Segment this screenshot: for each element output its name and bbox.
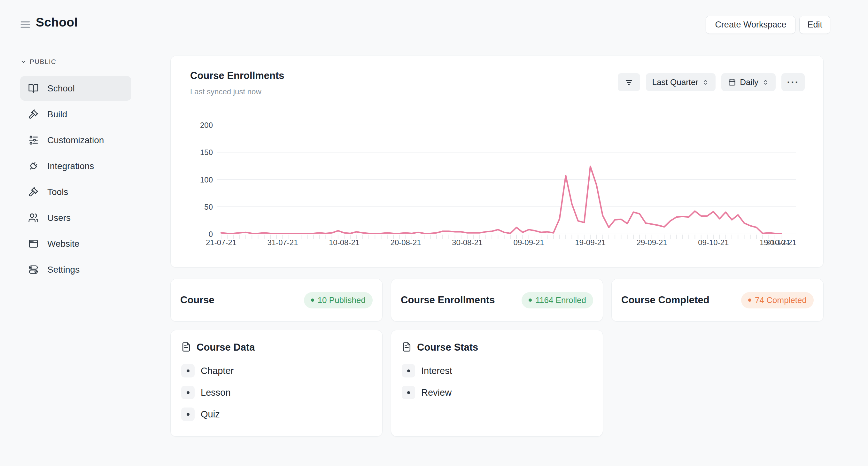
enrollments-line-chart[interactable]: 05010015020021-07-2131-07-2110-08-2120-0… bbox=[183, 114, 810, 257]
svg-text:31-07-21: 31-07-21 bbox=[267, 238, 298, 247]
status-badge: 1164 Enrolled bbox=[522, 292, 593, 308]
list-item-chapter[interactable]: Chapter bbox=[181, 364, 372, 377]
sidebar-section-public[interactable]: PUBLIC bbox=[20, 58, 131, 65]
sliders-icon bbox=[28, 135, 39, 146]
date-range-value: Last Quarter bbox=[652, 77, 699, 87]
sidebar-item-users[interactable]: Users bbox=[20, 206, 131, 230]
document-icon bbox=[402, 342, 412, 353]
svg-text:150: 150 bbox=[200, 148, 213, 157]
toggles-icon bbox=[28, 264, 39, 275]
chevrons-up-down-icon bbox=[702, 79, 709, 86]
status-badge: 10 Published bbox=[304, 292, 373, 308]
course-data-card: Course Data Chapter Lesson Quiz bbox=[170, 330, 382, 437]
page-title: School bbox=[36, 15, 78, 29]
sidebar-section-label: PUBLIC bbox=[30, 58, 56, 65]
course-enrollments-chart-card: Course Enrollments Last synced just now … bbox=[170, 56, 824, 268]
lists-row: Course Data Chapter Lesson Quiz bbox=[170, 330, 824, 437]
more-options-button[interactable]: ··· bbox=[781, 73, 805, 91]
bullet-icon bbox=[181, 364, 195, 377]
calendar-icon bbox=[728, 78, 736, 87]
svg-text:0: 0 bbox=[209, 230, 213, 239]
list-item-label: Chapter bbox=[201, 366, 234, 376]
badge-label: 1164 Enrolled bbox=[535, 295, 586, 305]
sidebar-item-label: School bbox=[47, 84, 75, 94]
svg-text:10-08-21: 10-08-21 bbox=[329, 238, 360, 247]
filter-icon bbox=[624, 78, 633, 87]
course-stat-card[interactable]: Course 10 Published bbox=[170, 279, 382, 321]
badge-label: 10 Published bbox=[318, 295, 366, 305]
list-card-header: Course Data bbox=[181, 342, 372, 353]
dot-icon bbox=[748, 299, 751, 302]
course-enrollments-stat-card[interactable]: Course Enrollments 1164 Enrolled bbox=[391, 279, 603, 321]
list-item-lesson[interactable]: Lesson bbox=[181, 386, 372, 399]
list-item-quiz[interactable]: Quiz bbox=[181, 407, 372, 421]
badge-label: 74 Completed bbox=[755, 295, 807, 305]
menu-icon[interactable] bbox=[20, 19, 31, 29]
bullet-icon bbox=[402, 364, 415, 377]
bullet-icon bbox=[181, 386, 195, 399]
svg-text:09-09-21: 09-09-21 bbox=[514, 238, 544, 247]
main-content: Course Enrollments Last synced just now … bbox=[170, 0, 824, 437]
chart-sync-status: Last synced just now bbox=[190, 87, 261, 96]
users-icon bbox=[28, 213, 39, 223]
list-card-header: Course Stats bbox=[402, 342, 592, 353]
sidebar-item-label: Users bbox=[47, 213, 71, 223]
list-item-label: Quiz bbox=[201, 409, 220, 420]
gavel-icon bbox=[28, 187, 39, 197]
stats-row: Course 10 Published Course Enrollments 1… bbox=[170, 279, 824, 321]
list-item-label: Review bbox=[421, 387, 452, 398]
sidebar-item-integrations[interactable]: Integrations bbox=[20, 154, 131, 178]
document-icon bbox=[181, 342, 191, 353]
granularity-value: Daily bbox=[740, 77, 758, 87]
list-item-interest[interactable]: Interest bbox=[402, 364, 592, 377]
sidebar-nav: School Build Customization Integrations … bbox=[20, 76, 131, 282]
plug-icon bbox=[28, 161, 39, 171]
sidebar-item-customization[interactable]: Customization bbox=[20, 128, 131, 152]
svg-text:50: 50 bbox=[204, 203, 213, 211]
chevron-down-icon bbox=[20, 59, 27, 65]
sidebar-item-label: Website bbox=[47, 239, 80, 249]
bullet-icon bbox=[181, 407, 195, 421]
sidebar-item-label: Integrations bbox=[47, 161, 94, 171]
stat-card-title: Course bbox=[180, 294, 214, 306]
sidebar-item-label: Tools bbox=[47, 187, 68, 197]
svg-text:20-10-21: 20-10-21 bbox=[766, 238, 797, 247]
sidebar: PUBLIC School Build Customization Integr… bbox=[20, 58, 131, 283]
filter-button[interactable] bbox=[618, 73, 640, 91]
browser-icon bbox=[28, 239, 39, 249]
list-card-title: Course Data bbox=[196, 342, 255, 353]
list-card-title: Course Stats bbox=[417, 342, 478, 353]
stat-card-title: Course Enrollments bbox=[401, 294, 495, 306]
svg-text:200: 200 bbox=[200, 121, 213, 129]
course-stats-card: Course Stats Interest Review bbox=[391, 330, 603, 437]
svg-text:09-10-21: 09-10-21 bbox=[698, 238, 728, 247]
list-item-label: Interest bbox=[421, 366, 452, 376]
chart-title: Course Enrollments bbox=[190, 70, 284, 82]
sidebar-item-label: Build bbox=[47, 109, 67, 120]
stat-card-title: Course Completed bbox=[621, 294, 710, 306]
sidebar-item-school[interactable]: School bbox=[20, 76, 131, 101]
date-range-select[interactable]: Last Quarter bbox=[646, 73, 716, 91]
course-completed-stat-card[interactable]: Course Completed 74 Completed bbox=[611, 279, 824, 321]
sidebar-item-build[interactable]: Build bbox=[20, 102, 131, 127]
svg-text:21-07-21: 21-07-21 bbox=[206, 238, 237, 247]
chart-controls: Last Quarter Daily ··· bbox=[618, 73, 805, 91]
list-item-review[interactable]: Review bbox=[402, 386, 592, 399]
sidebar-item-tools[interactable]: Tools bbox=[20, 180, 131, 204]
sidebar-item-settings[interactable]: Settings bbox=[20, 257, 131, 282]
svg-text:30-08-21: 30-08-21 bbox=[452, 238, 483, 247]
bullet-icon bbox=[402, 386, 415, 399]
chevrons-up-down-icon bbox=[762, 79, 769, 86]
status-badge: 74 Completed bbox=[741, 292, 814, 308]
book-open-icon bbox=[28, 83, 39, 94]
sidebar-item-website[interactable]: Website bbox=[20, 231, 131, 256]
gavel-icon bbox=[28, 109, 39, 120]
dot-icon bbox=[529, 299, 532, 302]
granularity-select[interactable]: Daily bbox=[721, 73, 776, 91]
list-item-label: Lesson bbox=[201, 387, 231, 398]
sidebar-item-label: Customization bbox=[47, 135, 104, 146]
svg-text:20-08-21: 20-08-21 bbox=[391, 238, 421, 247]
dot-icon bbox=[311, 299, 314, 302]
svg-text:29-09-21: 29-09-21 bbox=[637, 238, 667, 247]
svg-text:19-09-21: 19-09-21 bbox=[575, 238, 606, 247]
